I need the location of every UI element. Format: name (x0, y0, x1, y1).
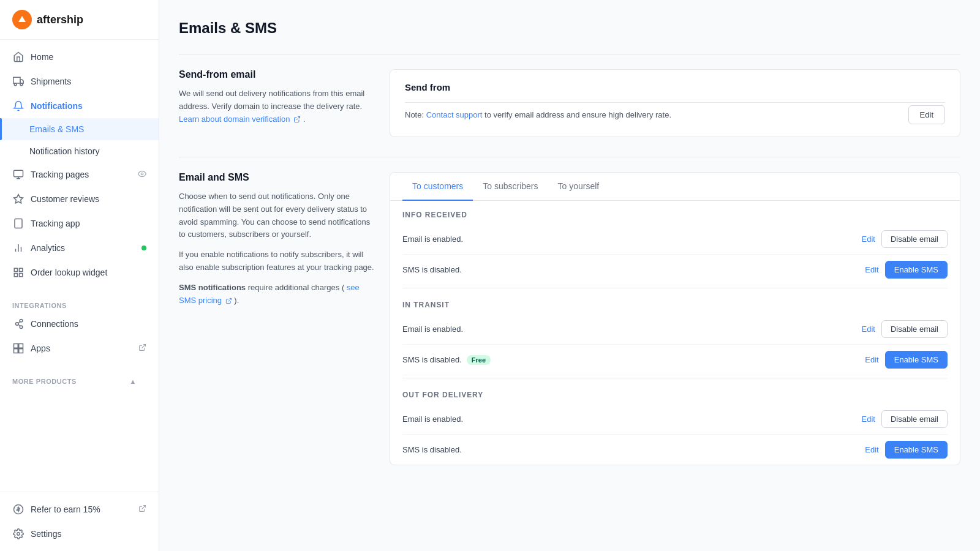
email-sms-text: Choose when to send out notifications. O… (179, 190, 375, 241)
sidebar-item-notifications[interactable]: Notifications (0, 94, 159, 118)
sidebar-item-notification-history[interactable]: Notification history (0, 140, 159, 162)
svg-point-3 (20, 83, 23, 86)
info-email-status: Email is enabled. (402, 234, 463, 244)
sidebar-item-tracking-pages-label: Tracking pages (31, 170, 89, 179)
apps-icon (12, 342, 24, 354)
more-products-label: MORE PRODUCTS ▲ (0, 370, 159, 388)
ofd-email-status: Email is enabled. (402, 414, 463, 424)
svg-rect-14 (14, 268, 17, 271)
sidebar-item-emails-sms-label: Emails & SMS (29, 124, 84, 134)
ofd-email-actions: Edit Disable email (862, 410, 948, 428)
app-name: aftership (37, 13, 83, 26)
sidebar-item-settings-label: Settings (31, 529, 62, 539)
sidebar-item-notification-history-label: Notification history (29, 146, 99, 156)
svg-rect-4 (14, 170, 23, 177)
sidebar-item-emails-sms[interactable]: Emails & SMS (0, 118, 159, 140)
svg-line-29 (141, 506, 145, 509)
ofd-sms-enable-button[interactable]: Enable SMS (885, 441, 948, 459)
svg-line-31 (296, 117, 300, 121)
sidebar-item-refer[interactable]: Refer to earn 15% (0, 497, 159, 522)
info-sms-edit-button[interactable]: Edit (865, 265, 878, 274)
sidebar-item-home[interactable]: Home (0, 45, 159, 69)
transit-email-row: Email is enabled. Edit Disable email (402, 314, 948, 345)
svg-point-2 (14, 83, 17, 86)
transit-sms-edit-button[interactable]: Edit (865, 355, 878, 364)
transit-email-disable-button[interactable]: Disable email (881, 320, 948, 338)
tab-customers[interactable]: To customers (402, 173, 473, 201)
sidebar-item-notifications-label: Notifications (31, 101, 83, 111)
svg-point-30 (17, 533, 20, 536)
svg-rect-9 (15, 219, 22, 228)
sidebar-item-settings[interactable]: Settings (0, 522, 159, 546)
more-products-section: MORE PRODUCTS ▲ (0, 365, 159, 392)
sidebar-item-analytics-label: Analytics (31, 243, 65, 253)
logo-icon (12, 10, 32, 29)
sidebar-item-order-lookup-label: Order lookup widget (31, 268, 107, 277)
section-divider-2 (402, 378, 948, 378)
integrations-label: INTEGRATIONS (0, 294, 159, 312)
send-from-heading: Send-from email (179, 69, 375, 80)
tab-yourself[interactable]: To yourself (548, 173, 609, 201)
info-sms-row: SMS is disabled. Edit Enable SMS (402, 255, 948, 285)
eye-icon (138, 170, 146, 180)
info-email-disable-button[interactable]: Disable email (881, 230, 948, 248)
email-sms-description: Email and SMS Choose when to send out no… (179, 172, 375, 307)
ofd-sms-edit-button[interactable]: Edit (865, 445, 878, 454)
svg-point-18 (16, 323, 19, 326)
sidebar-item-apps-label: Apps (31, 343, 50, 353)
external-link-icon (138, 343, 146, 353)
contact-support-link[interactable]: Contact support (426, 110, 483, 119)
sidebar-item-customer-reviews[interactable]: Customer reviews (0, 187, 159, 211)
transit-email-edit-button[interactable]: Edit (862, 324, 875, 334)
info-sms-actions: Edit Enable SMS (865, 261, 948, 279)
email-sms-subs-text: If you enable notifications to notify su… (179, 249, 375, 274)
tab-subscribers[interactable]: To subscribers (473, 173, 548, 201)
ofd-email-row: Email is enabled. Edit Disable email (402, 404, 948, 435)
tabs-header: To customers To subscribers To yourself (390, 173, 960, 201)
in-transit-label: IN TRANSIT (402, 291, 948, 314)
ofd-sms-status: SMS is disabled. (402, 445, 462, 454)
widget-icon (12, 266, 24, 279)
svg-line-32 (228, 298, 231, 301)
logo[interactable]: aftership (0, 0, 159, 40)
transit-email-status: Email is enabled. (402, 324, 463, 334)
refer-external-icon (138, 504, 146, 514)
send-from-description: Send-from email We will send out deliver… (179, 69, 375, 126)
info-sms-status: SMS is disabled. (402, 265, 462, 274)
sidebar-item-analytics[interactable]: Analytics (0, 236, 159, 260)
sidebar-item-shipments[interactable]: Shipments (0, 69, 159, 94)
info-sms-enable-button[interactable]: Enable SMS (885, 261, 948, 279)
sidebar-item-customer-reviews-label: Customer reviews (31, 194, 99, 204)
send-from-edit-button[interactable]: Edit (908, 105, 945, 124)
send-from-note: Note: Contact support to verify email ad… (405, 110, 671, 119)
ofd-email-edit-button[interactable]: Edit (862, 414, 875, 424)
svg-rect-16 (20, 274, 23, 277)
integrations-section: INTEGRATIONS Connections Apps (0, 290, 159, 365)
shipments-icon (12, 75, 24, 88)
sidebar-item-tracking-pages[interactable]: Tracking pages (0, 162, 159, 187)
send-from-text: We will send out delivery notifications … (179, 88, 375, 126)
transit-sms-actions: Edit Enable SMS (865, 351, 948, 369)
learn-about-link[interactable]: Learn about domain verification (179, 114, 303, 124)
sidebar-item-order-lookup[interactable]: Order lookup widget (0, 260, 159, 285)
svg-rect-1 (13, 77, 20, 83)
analytics-badge (141, 246, 146, 250)
info-email-edit-button[interactable]: Edit (862, 234, 875, 244)
send-from-section: Send-from email We will send out deliver… (179, 69, 960, 137)
svg-line-22 (18, 324, 20, 326)
email-sms-section: Email and SMS Choose when to send out no… (179, 172, 960, 465)
dollar-icon (12, 503, 24, 515)
sidebar-item-apps[interactable]: Apps (0, 336, 159, 361)
send-from-panel: Send from Note: Contact support to verif… (390, 69, 960, 137)
sidebar-item-connections[interactable]: Connections (0, 312, 159, 336)
transit-sms-enable-button[interactable]: Enable SMS (885, 351, 948, 369)
sidebar-item-connections-label: Connections (31, 319, 78, 329)
section-divider-1 (402, 288, 948, 288)
ofd-sms-row: SMS is disabled. Edit Enable SMS (402, 435, 948, 465)
ofd-email-disable-button[interactable]: Disable email (881, 410, 948, 428)
bell-icon (12, 100, 24, 112)
gear-icon (12, 528, 24, 540)
main-content: Emails & SMS Send-from email We will sen… (159, 0, 980, 551)
free-badge: Free (467, 355, 491, 365)
sidebar-item-tracking-app[interactable]: Tracking app (0, 211, 159, 236)
